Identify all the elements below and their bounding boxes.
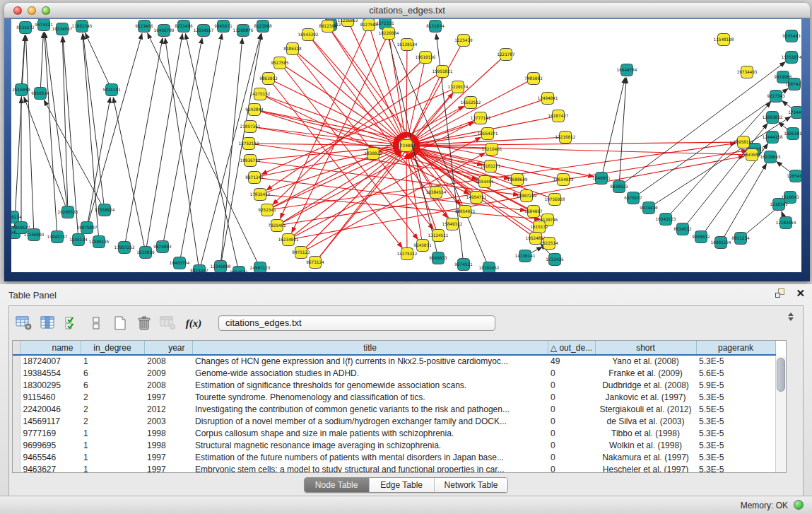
close-panel-icon[interactable]: ✕ bbox=[796, 288, 805, 298]
column-header-name[interactable]: name bbox=[20, 341, 81, 355]
graph-node[interactable]: 11209876 bbox=[233, 25, 254, 37]
cell-pagerank[interactable]: 5.6E-5 bbox=[696, 367, 775, 379]
float-panel-icon[interactable] bbox=[775, 288, 786, 298]
table-options-button[interactable] bbox=[13, 313, 35, 333]
cell-out_degree[interactable]: 0 bbox=[548, 391, 595, 403]
graph-node[interactable]: 9155493 bbox=[782, 30, 801, 42]
table-row[interactable]: 1830029562008Estimation of significance … bbox=[13, 379, 775, 391]
graph-edge[interactable] bbox=[163, 38, 202, 247]
graph-node[interactable]: 10456789 bbox=[154, 25, 175, 37]
graph-node[interactable]: 8131074 bbox=[426, 21, 445, 33]
cell-short[interactable]: Stergiakouli et al. (2012) bbox=[595, 403, 696, 415]
graph-node[interactable]: 8938923 bbox=[610, 181, 628, 193]
table-header-row[interactable]: namein_degreeyeartitle△ out_de...shortpa… bbox=[13, 341, 775, 355]
graph-node[interactable]: 9154491 bbox=[476, 176, 494, 188]
graph-node[interactable]: 1640951 bbox=[592, 173, 611, 185]
graph-node[interactable]: 14275312 bbox=[397, 248, 418, 260]
table-row[interactable]: 946362711997Embryonic stem cells: a mode… bbox=[13, 463, 775, 473]
tab-edge-table[interactable]: Edge Table bbox=[370, 478, 435, 492]
graph-node[interactable]: 1221787 bbox=[497, 49, 515, 61]
graph-node[interactable]: 16644784 bbox=[617, 64, 637, 76]
cell-pagerank[interactable]: 5.3E-5 bbox=[696, 355, 775, 367]
graph-edge[interactable] bbox=[14, 35, 25, 233]
cell-pagerank[interactable]: 5.3E-5 bbox=[696, 391, 775, 403]
graph-edge[interactable] bbox=[40, 33, 43, 93]
graph-node[interactable]: 9127508 bbox=[360, 19, 378, 31]
graph-node[interactable]: 8923467 bbox=[190, 265, 208, 273]
cell-year[interactable]: 1997 bbox=[144, 391, 192, 403]
column-header-year[interactable]: year bbox=[144, 341, 192, 355]
row-height-button[interactable] bbox=[86, 313, 107, 333]
graph-node[interactable]: 9252341 bbox=[258, 204, 276, 216]
graph-edge[interactable] bbox=[83, 34, 105, 210]
graph-edge[interactable] bbox=[683, 124, 767, 229]
column-header-pagerank[interactable]: pagerank bbox=[696, 341, 775, 355]
cell-name[interactable]: 9699695 bbox=[20, 439, 81, 451]
graph-node[interactable]: 11548108 bbox=[714, 34, 734, 46]
graph-node[interactable]: 9674321 bbox=[35, 19, 53, 31]
graph-edge[interactable] bbox=[406, 45, 407, 138]
cell-in_degree[interactable]: 1 bbox=[81, 355, 144, 367]
cell-pagerank[interactable]: 5.5E-5 bbox=[696, 403, 775, 415]
graph-node[interactable]: 8475123 bbox=[292, 247, 310, 259]
graph-node[interactable]: 12093832 bbox=[763, 112, 783, 124]
cell-year[interactable]: 2008 bbox=[144, 355, 192, 367]
cell-short[interactable]: Dudbridge et al. (2008) bbox=[595, 379, 696, 391]
cell-name[interactable]: 9465546 bbox=[20, 451, 81, 463]
graph-node[interactable]: 8300214 bbox=[11, 211, 22, 223]
graph-edge[interactable] bbox=[113, 98, 146, 252]
cell-rowhdr[interactable] bbox=[13, 379, 20, 391]
cell-short[interactable]: Wolkin et al. (1998) bbox=[595, 439, 696, 451]
graph-node[interactable]: 21857361 bbox=[240, 121, 261, 133]
graph-node[interactable]: 19610136 bbox=[416, 52, 436, 64]
cell-year[interactable]: 2003 bbox=[144, 415, 192, 427]
graph-node[interactable]: 13942737 bbox=[47, 231, 68, 243]
cell-in_degree[interactable]: 1 bbox=[81, 439, 144, 451]
table-row[interactable]: 1456911722003Disruption of a novel membe… bbox=[13, 415, 775, 427]
cell-out_degree[interactable]: 0 bbox=[548, 427, 595, 439]
graph-node[interactable]: 9350514 bbox=[31, 88, 49, 100]
graph-node[interactable]: 12103454 bbox=[776, 217, 796, 229]
graph-node[interactable]: 16120134 bbox=[397, 39, 418, 51]
cell-short[interactable]: Nakamura et al. (1997) bbox=[595, 451, 696, 463]
graph-node[interactable]: 9674521 bbox=[454, 259, 473, 271]
graph-edge[interactable] bbox=[220, 34, 261, 267]
graph-node[interactable]: 9673124 bbox=[306, 257, 324, 269]
graph-edge[interactable] bbox=[414, 146, 752, 155]
cell-pagerank[interactable]: 5.3E-5 bbox=[696, 439, 775, 451]
cell-name[interactable]: 9463627 bbox=[20, 463, 81, 473]
graph-edge[interactable] bbox=[721, 164, 766, 243]
graph-node[interactable]: 8571342 bbox=[245, 172, 264, 184]
table-row[interactable]: 911546021997Tourette syndrome. Phenomeno… bbox=[13, 391, 775, 403]
graph-node[interactable]: 19384554 bbox=[426, 187, 447, 199]
cell-name[interactable]: 18300295 bbox=[20, 379, 81, 391]
graph-edge[interactable] bbox=[220, 38, 242, 267]
graph-node[interactable]: 24501123 bbox=[250, 262, 271, 273]
cell-pagerank[interactable]: 5.3E-5 bbox=[696, 427, 775, 439]
graph-node[interactable]: 8034512 bbox=[673, 223, 692, 235]
show-columns-button[interactable] bbox=[37, 313, 59, 333]
function-builder-button[interactable]: f(x) bbox=[182, 313, 206, 333]
graph-edge[interactable] bbox=[413, 118, 481, 143]
table-row[interactable]: 977716911998Corpus callosum shape and si… bbox=[13, 427, 775, 439]
graph-edge[interactable] bbox=[315, 152, 401, 262]
graph-edge[interactable] bbox=[410, 71, 442, 139]
graph-node[interactable]: 16162512 bbox=[461, 97, 481, 109]
table-row[interactable]: 2242004622012Investigating the contribut… bbox=[13, 403, 775, 415]
graph-edge[interactable] bbox=[124, 38, 163, 247]
select-columns-button[interactable] bbox=[61, 313, 83, 333]
graph-node[interactable]: 18936712 bbox=[240, 155, 261, 167]
cell-short[interactable]: Tibbo et al. (1998) bbox=[595, 427, 696, 439]
table-selector-dropdown[interactable]: citations_edges.txt bbox=[218, 315, 495, 331]
column-header-title[interactable]: title bbox=[192, 341, 548, 355]
graph-node[interactable]: 8186328 bbox=[283, 43, 302, 55]
graph-node[interactable]: 13777141 bbox=[471, 112, 491, 124]
graph-node[interactable]: 1035810 bbox=[136, 247, 155, 259]
graph-node[interactable]: 13124511 bbox=[428, 230, 449, 242]
cell-rowhdr[interactable] bbox=[13, 439, 20, 451]
cell-rowhdr[interactable] bbox=[13, 355, 20, 367]
delete-column-button trash-icon[interactable] bbox=[134, 313, 155, 333]
table-row[interactable]: 1938455462009Genome-wide association stu… bbox=[13, 367, 775, 379]
graph-edge[interactable] bbox=[199, 34, 261, 271]
graph-edge[interactable] bbox=[25, 35, 34, 235]
